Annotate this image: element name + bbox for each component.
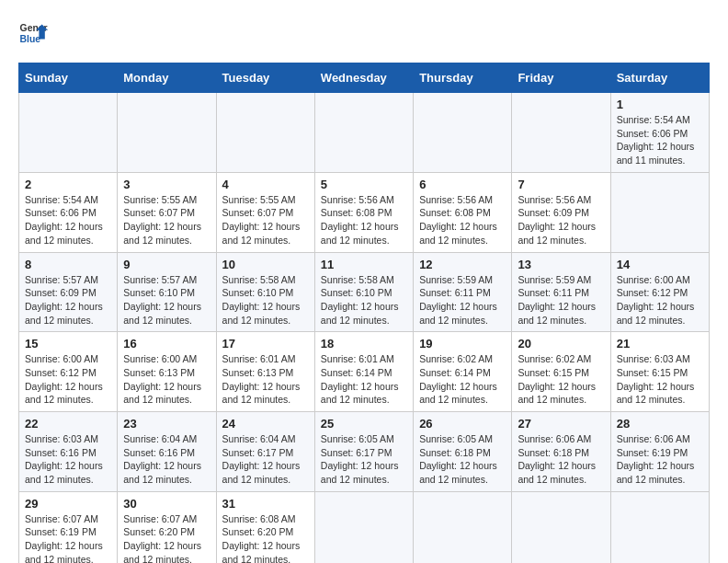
header-wednesday: Wednesday — [314, 63, 413, 93]
calendar-cell — [314, 491, 413, 563]
day-info: Sunrise: 6:05 AM Sunset: 6:17 PM Dayligh… — [321, 432, 407, 487]
day-info: Sunrise: 5:59 AM Sunset: 6:11 PM Dayligh… — [518, 273, 604, 327]
calendar-cell — [414, 93, 512, 173]
calendar-cell: 23 Sunrise: 6:04 AM Sunset: 6:16 PM Dayl… — [118, 412, 216, 492]
calendar-week-row: 2 Sunrise: 5:54 AM Sunset: 6:06 PM Dayli… — [19, 172, 710, 252]
calendar-cell: 19 Sunrise: 6:02 AM Sunset: 6:14 PM Dayl… — [414, 332, 512, 412]
header-friday: Friday — [512, 63, 610, 93]
calendar-cell: 11 Sunrise: 5:58 AM Sunset: 6:10 PM Dayl… — [314, 252, 413, 332]
calendar-week-row: 15 Sunrise: 6:00 AM Sunset: 6:12 PM Dayl… — [19, 332, 710, 412]
day-info: Sunrise: 6:03 AM Sunset: 6:16 PM Dayligh… — [25, 432, 111, 487]
calendar-cell: 21 Sunrise: 6:03 AM Sunset: 6:15 PM Dayl… — [610, 332, 709, 412]
calendar-cell: 30 Sunrise: 6:07 AM Sunset: 6:20 PM Dayl… — [118, 491, 216, 563]
logo-icon: General Blue — [18, 18, 48, 48]
day-number: 19 — [419, 337, 506, 350]
calendar-cell — [216, 93, 314, 173]
day-info: Sunrise: 5:57 AM Sunset: 6:10 PM Dayligh… — [123, 273, 210, 327]
calendar-cell — [512, 491, 610, 563]
day-number: 29 — [25, 497, 111, 511]
calendar-cell: 15 Sunrise: 6:00 AM Sunset: 6:12 PM Dayl… — [19, 332, 118, 412]
day-number: 28 — [617, 417, 703, 431]
day-info: Sunrise: 6:00 AM Sunset: 6:12 PM Dayligh… — [617, 273, 703, 327]
calendar-cell: 25 Sunrise: 6:05 AM Sunset: 6:17 PM Dayl… — [314, 412, 413, 492]
day-info: Sunrise: 6:04 AM Sunset: 6:17 PM Dayligh… — [222, 432, 309, 487]
day-number: 21 — [617, 337, 703, 350]
day-number: 31 — [222, 497, 309, 511]
calendar-cell: 20 Sunrise: 6:02 AM Sunset: 6:15 PM Dayl… — [512, 332, 610, 412]
calendar-cell: 2 Sunrise: 5:54 AM Sunset: 6:06 PM Dayli… — [19, 172, 118, 252]
day-number: 22 — [25, 417, 111, 431]
day-info: Sunrise: 5:56 AM Sunset: 6:09 PM Dayligh… — [518, 193, 604, 247]
day-info: Sunrise: 5:57 AM Sunset: 6:09 PM Dayligh… — [25, 273, 111, 327]
day-number: 30 — [123, 497, 210, 511]
day-number: 2 — [25, 178, 111, 191]
day-number: 18 — [321, 337, 407, 350]
day-number: 6 — [419, 178, 506, 191]
day-info: Sunrise: 6:07 AM Sunset: 6:20 PM Dayligh… — [123, 512, 210, 563]
day-number: 11 — [321, 258, 407, 271]
day-info: Sunrise: 5:55 AM Sunset: 6:07 PM Dayligh… — [123, 193, 210, 247]
calendar-cell: 1 Sunrise: 5:54 AM Sunset: 6:06 PM Dayli… — [610, 93, 709, 173]
day-info: Sunrise: 6:01 AM Sunset: 6:13 PM Dayligh… — [222, 352, 309, 407]
day-number: 13 — [518, 258, 604, 271]
calendar-cell — [610, 491, 709, 563]
day-number: 20 — [518, 337, 604, 350]
day-number: 23 — [123, 417, 210, 431]
logo: General Blue — [18, 18, 48, 48]
day-number: 9 — [123, 258, 210, 271]
day-number: 7 — [518, 178, 604, 191]
header-thursday: Thursday — [414, 63, 512, 93]
calendar-table: SundayMondayTuesdayWednesdayThursdayFrid… — [18, 63, 710, 563]
calendar-cell: 29 Sunrise: 6:07 AM Sunset: 6:19 PM Dayl… — [19, 491, 118, 563]
calendar-cell: 17 Sunrise: 6:01 AM Sunset: 6:13 PM Dayl… — [216, 332, 314, 412]
calendar-cell: 28 Sunrise: 6:06 AM Sunset: 6:19 PM Dayl… — [610, 412, 709, 492]
calendar-cell: 22 Sunrise: 6:03 AM Sunset: 6:16 PM Dayl… — [19, 412, 118, 492]
day-info: Sunrise: 6:07 AM Sunset: 6:19 PM Dayligh… — [25, 512, 111, 563]
day-info: Sunrise: 5:56 AM Sunset: 6:08 PM Dayligh… — [419, 193, 506, 247]
calendar-week-row: 22 Sunrise: 6:03 AM Sunset: 6:16 PM Dayl… — [19, 412, 710, 492]
day-info: Sunrise: 5:54 AM Sunset: 6:06 PM Dayligh… — [617, 113, 703, 167]
header-saturday: Saturday — [610, 63, 709, 93]
day-info: Sunrise: 6:06 AM Sunset: 6:19 PM Dayligh… — [617, 432, 703, 487]
day-info: Sunrise: 6:03 AM Sunset: 6:15 PM Dayligh… — [617, 352, 703, 407]
calendar-week-row: 29 Sunrise: 6:07 AM Sunset: 6:19 PM Dayl… — [19, 491, 710, 563]
day-info: Sunrise: 5:54 AM Sunset: 6:06 PM Dayligh… — [25, 193, 111, 247]
day-info: Sunrise: 6:04 AM Sunset: 6:16 PM Dayligh… — [123, 432, 210, 487]
calendar-cell: 7 Sunrise: 5:56 AM Sunset: 6:09 PM Dayli… — [512, 172, 610, 252]
day-info: Sunrise: 5:56 AM Sunset: 6:08 PM Dayligh… — [321, 193, 407, 247]
calendar-cell — [19, 93, 118, 173]
day-number: 15 — [25, 337, 111, 350]
calendar-header-row: SundayMondayTuesdayWednesdayThursdayFrid… — [19, 63, 710, 93]
calendar-week-row: 1 Sunrise: 5:54 AM Sunset: 6:06 PM Dayli… — [19, 93, 710, 173]
svg-text:Blue: Blue — [20, 34, 41, 44]
day-info: Sunrise: 6:05 AM Sunset: 6:18 PM Dayligh… — [419, 432, 506, 487]
calendar-cell: 10 Sunrise: 5:58 AM Sunset: 6:10 PM Dayl… — [216, 252, 314, 332]
header-sunday: Sunday — [19, 63, 118, 93]
day-info: Sunrise: 5:58 AM Sunset: 6:10 PM Dayligh… — [222, 273, 309, 327]
day-number: 10 — [222, 258, 309, 271]
day-number: 25 — [321, 417, 407, 431]
calendar-cell — [118, 93, 216, 173]
day-number: 1 — [617, 98, 703, 111]
day-number: 16 — [123, 337, 210, 350]
calendar-cell: 8 Sunrise: 5:57 AM Sunset: 6:09 PM Dayli… — [19, 252, 118, 332]
day-number: 4 — [222, 178, 309, 191]
day-info: Sunrise: 6:00 AM Sunset: 6:12 PM Dayligh… — [25, 352, 111, 407]
calendar-cell: 26 Sunrise: 6:05 AM Sunset: 6:18 PM Dayl… — [414, 412, 512, 492]
calendar-cell: 9 Sunrise: 5:57 AM Sunset: 6:10 PM Dayli… — [118, 252, 216, 332]
day-number: 24 — [222, 417, 309, 431]
calendar-cell: 6 Sunrise: 5:56 AM Sunset: 6:08 PM Dayli… — [414, 172, 512, 252]
day-number: 26 — [419, 417, 506, 431]
calendar-cell: 5 Sunrise: 5:56 AM Sunset: 6:08 PM Dayli… — [314, 172, 413, 252]
day-info: Sunrise: 6:01 AM Sunset: 6:14 PM Dayligh… — [321, 352, 407, 407]
calendar-cell: 12 Sunrise: 5:59 AM Sunset: 6:11 PM Dayl… — [414, 252, 512, 332]
calendar-cell — [414, 491, 512, 563]
calendar-cell: 18 Sunrise: 6:01 AM Sunset: 6:14 PM Dayl… — [314, 332, 413, 412]
day-info: Sunrise: 6:08 AM Sunset: 6:20 PM Dayligh… — [222, 512, 309, 563]
calendar-cell — [512, 93, 610, 173]
header-monday: Monday — [118, 63, 216, 93]
day-number: 12 — [419, 258, 506, 271]
calendar-week-row: 8 Sunrise: 5:57 AM Sunset: 6:09 PM Dayli… — [19, 252, 710, 332]
calendar-cell — [610, 172, 709, 252]
calendar-cell: 31 Sunrise: 6:08 AM Sunset: 6:20 PM Dayl… — [216, 491, 314, 563]
